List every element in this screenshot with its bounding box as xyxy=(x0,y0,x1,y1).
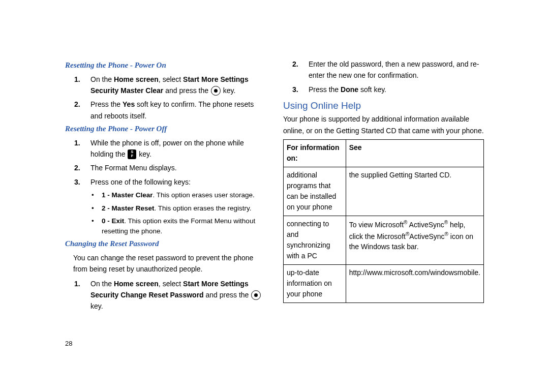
registered-icon: ® xyxy=(445,231,448,237)
step-body: Press one of the following keys: xyxy=(90,176,266,188)
step-number: 1. xyxy=(65,137,90,160)
step-body: Enter the old password, then a new passw… xyxy=(309,58,484,81)
table-header-row: For information on: See xyxy=(284,139,484,167)
step-item: 2. Press the Yes soft key to confirm. Th… xyxy=(65,99,266,122)
heading-change-reset-password: Changing the Reset Password xyxy=(65,239,266,249)
step-body: On the Home screen, select Start More Se… xyxy=(90,74,266,97)
format-menu-options: •1 - Master Clear. This option erases us… xyxy=(65,190,266,236)
table-cell: To view Microsoft® ActiveSync® help, cli… xyxy=(346,216,483,264)
bullet-icon: • xyxy=(65,203,102,214)
step-item: 1. On the Home screen, select Start More… xyxy=(65,74,266,97)
bullet-item: •0 - Exit. This option exits the Format … xyxy=(65,216,266,236)
steps-change-password-cont: 2. Enter the old password, then a new pa… xyxy=(283,58,484,95)
steps-reset-power-on: 1. On the Home screen, select Start More… xyxy=(65,74,266,122)
table-cell: connecting to and synchronizing with a P… xyxy=(284,216,346,264)
heading-reset-power-off: Resetting the Phone - Power Off xyxy=(65,124,266,134)
step-number: 1. xyxy=(65,278,90,312)
steps-reset-power-off: 1. While the phone is off, power on the … xyxy=(65,137,266,188)
step-number: 3. xyxy=(65,176,90,188)
step-item: 1. On the Home screen, select Start More… xyxy=(65,278,266,312)
heading-using-online-help: Using Online Help xyxy=(283,100,484,111)
step-body: On the Home screen, select Start More Se… xyxy=(90,278,266,312)
step-item: 3. Press one of the following keys: xyxy=(65,176,266,188)
step-number: 3. xyxy=(283,84,309,95)
two-column-layout: Resetting the Phone - Power On 1. On the… xyxy=(65,58,484,315)
steps-change-password: 1. On the Home screen, select Start More… xyxy=(65,278,266,312)
left-column: Resetting the Phone - Power On 1. On the… xyxy=(65,58,266,315)
bullet-icon: • xyxy=(65,190,102,200)
table-header: See xyxy=(346,139,483,167)
table-cell: additional programs that can be installe… xyxy=(284,167,346,216)
step-item: 1. While the phone is off, power on the … xyxy=(65,137,266,160)
bullet-item: •1 - Master Clear. This option erases us… xyxy=(65,190,266,200)
bullet-icon: • xyxy=(65,216,102,236)
table-row: additional programs that can be installe… xyxy=(284,167,484,216)
page-number: 28 xyxy=(65,340,72,347)
step-body: Press the Done soft key. xyxy=(309,84,484,95)
table-cell: up-to-date information on your phone xyxy=(284,264,346,303)
paragraph: You can change the reset password to pre… xyxy=(65,252,266,275)
step-body: While the phone is off, power on the pho… xyxy=(90,137,266,160)
table-cell: http://www.microsoft.com/windowsmobile. xyxy=(346,264,483,303)
online-help-table: For information on: See additional progr… xyxy=(283,139,484,303)
table-cell: the supplied Getting Started CD. xyxy=(346,167,483,216)
step-item: 2. The Format Menu displays. xyxy=(65,162,266,173)
step-item: 3. Press the Done soft key. xyxy=(283,84,484,95)
right-column: 2. Enter the old password, then a new pa… xyxy=(283,58,484,315)
step-number: 2. xyxy=(65,99,90,122)
step-number: 1. xyxy=(65,74,90,97)
table-row: connecting to and synchronizing with a P… xyxy=(284,216,484,264)
step-body: Press the Yes soft key to confirm. The p… xyxy=(90,99,266,122)
sf-key-icon: SF xyxy=(128,149,136,159)
table-row: up-to-date information on your phone htt… xyxy=(284,264,484,303)
ok-key-icon xyxy=(211,86,221,96)
bullet-item: •2 - Master Reset. This option erases th… xyxy=(65,203,266,214)
step-body: The Format Menu displays. xyxy=(90,162,266,173)
heading-reset-power-on: Resetting the Phone - Power On xyxy=(65,61,266,71)
table-header: For information on: xyxy=(284,139,346,167)
step-item: 2. Enter the old password, then a new pa… xyxy=(283,58,484,81)
step-number: 2. xyxy=(283,58,309,81)
paragraph: Your phone is supported by additional in… xyxy=(283,113,484,136)
manual-page: Resetting the Phone - Power On 1. On the… xyxy=(0,0,549,392)
step-number: 2. xyxy=(65,162,90,173)
ok-key-icon xyxy=(251,290,261,300)
